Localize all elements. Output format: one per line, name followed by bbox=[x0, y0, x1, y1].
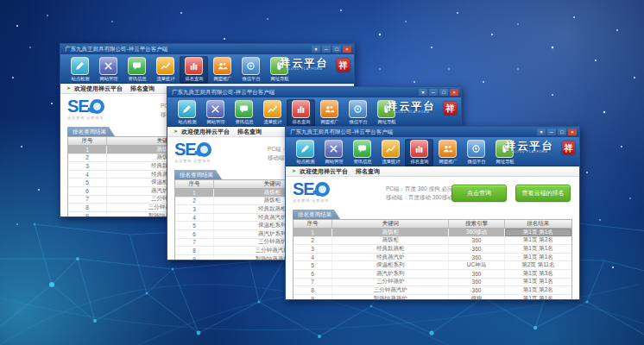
desktop: { "background": { "base_color": "#0d2f74… bbox=[0, 0, 644, 345]
toolbar-item-label: 网站管理 bbox=[206, 119, 224, 126]
table-cell: 5 bbox=[175, 222, 214, 229]
seo-letters: SE bbox=[174, 141, 196, 158]
site-check-icon bbox=[71, 57, 89, 75]
toolbar-item-site-check[interactable]: 站点检测 bbox=[66, 56, 94, 84]
breadcrumb-welcome: 欢迎使用祥云平台 bbox=[74, 85, 123, 93]
toolbar-item-traffic-stats[interactable]: 流量统计 bbox=[258, 99, 287, 127]
skin-icon[interactable]: ▾ bbox=[419, 89, 427, 96]
table-row[interactable]: 6蒸汽炉系列360第1页 第3名 bbox=[294, 270, 571, 279]
action-buttons: 点击查询 查看云端的排名 bbox=[451, 185, 571, 202]
toolbar-item-traffic-stats[interactable]: 流量统计 bbox=[376, 139, 405, 166]
site-check-icon bbox=[296, 140, 314, 158]
table-cell: 9 bbox=[68, 212, 107, 217]
toolbar-item-site-manage[interactable]: 网站管理 bbox=[201, 99, 230, 127]
table-cell: 第1页 第1名 bbox=[505, 254, 571, 261]
title-bar[interactable]: 广东九典王厨具有限公司-祥云平台客户端 ▾ ─ □ × bbox=[167, 87, 461, 97]
table-cell: 蒸饭柜 bbox=[332, 229, 449, 236]
table-cell: 2 bbox=[175, 198, 214, 205]
seo-tagline: 点击查询 全面排名 bbox=[67, 116, 129, 121]
close-icon[interactable]: × bbox=[450, 89, 458, 96]
wechat-platform-icon bbox=[349, 100, 367, 118]
table-cell: 5 bbox=[68, 179, 107, 186]
brand-logo: 祥云平台 CLOUD PLATFORM 祥 bbox=[382, 101, 457, 116]
toolbar-item-site-manage[interactable]: 网站管理 bbox=[319, 139, 348, 166]
header-rank[interactable]: 排名结果 bbox=[505, 220, 571, 228]
toolbar-item-wechat-platform[interactable]: 微信平台 bbox=[462, 139, 490, 166]
toolbar-item-alliance-promo[interactable]: 网盟推广 bbox=[315, 99, 344, 127]
minimize-icon[interactable]: ─ bbox=[322, 46, 331, 53]
header-index[interactable]: 序号 bbox=[294, 220, 332, 228]
toolbar-icons: 站点检测网站管理资讯信息流量统计排名查询网盟推广微信平台网址导航 bbox=[66, 56, 294, 84]
alliance-promo-icon bbox=[439, 140, 457, 158]
table-cell: 1 bbox=[175, 189, 214, 197]
table-row[interactable]: 2蒸饭柜360第1页 第2名 bbox=[294, 237, 571, 246]
toolbar-item-site-manage[interactable]: 网站管理 bbox=[94, 56, 123, 84]
toolbar-item-label: 网盟推广 bbox=[320, 119, 338, 126]
title-bar[interactable]: 广东九典王厨具有限公司-祥云平台客户端 ▾ ─ □ × bbox=[286, 127, 579, 137]
table-row[interactable]: 4经典蒸汽炉360第1页 第1名 bbox=[294, 254, 571, 262]
table-row[interactable]: 5保温柜系列UC神马第2页 第11名 bbox=[294, 261, 571, 270]
wechat-platform-icon bbox=[242, 57, 260, 75]
table-cell: 7 bbox=[175, 239, 214, 247]
toolbar-item-label: 微信平台 bbox=[349, 119, 367, 126]
close-icon[interactable]: × bbox=[568, 129, 577, 135]
toolbar-item-wechat-platform[interactable]: 微信平台 bbox=[237, 56, 265, 84]
rank-query-icon bbox=[185, 57, 203, 75]
close-icon[interactable]: × bbox=[343, 46, 351, 53]
toolbar-item-news-info[interactable]: 资讯信息 bbox=[348, 139, 376, 166]
toolbar-item-site-check[interactable]: 站点检测 bbox=[173, 99, 201, 127]
toolbar-item-traffic-stats[interactable]: 流量统计 bbox=[151, 56, 180, 84]
tab-rank-results[interactable]: 排名查询结果 bbox=[67, 127, 115, 136]
maximize-icon[interactable]: □ bbox=[439, 89, 448, 96]
table-cell: 5 bbox=[294, 261, 332, 269]
table-body: 1蒸饭柜360移动第1页 第1名2蒸饭柜360第1页 第2名3经典款蒸柜360第… bbox=[294, 229, 571, 300]
skin-icon[interactable]: ▾ bbox=[312, 46, 320, 53]
table-cell: 搜狗 bbox=[449, 295, 504, 300]
toolbar-item-news-info[interactable]: 资讯信息 bbox=[123, 56, 151, 84]
skin-icon[interactable]: ▾ bbox=[537, 129, 546, 135]
news-info-icon bbox=[128, 57, 146, 75]
breadcrumb-welcome: 欢迎使用祥云平台 bbox=[181, 128, 230, 136]
minimize-icon[interactable]: ─ bbox=[547, 129, 556, 135]
toolbar-item-label: 网址导航 bbox=[270, 76, 288, 83]
cloud-rank-button[interactable]: 查看云端的排名 bbox=[515, 185, 571, 202]
maximize-icon[interactable]: □ bbox=[332, 46, 341, 53]
table-row[interactable]: 8三分钟蒸汽炉360第1页 第2名 bbox=[294, 286, 571, 295]
query-button[interactable]: 点击查询 bbox=[451, 185, 507, 202]
header-keyword[interactable]: 关键词 bbox=[332, 220, 449, 228]
table-row[interactable]: 1蒸饭柜360移动第1页 第1名 bbox=[294, 229, 571, 237]
title-bar[interactable]: 广东九典王厨具有限公司-祥云平台客户端 ▾ ─ □ × bbox=[60, 44, 354, 54]
tab-rank-results[interactable]: 排名查询结果 bbox=[293, 210, 340, 219]
brand-name: 祥云平台 bbox=[382, 101, 441, 111]
toolbar-item-alliance-promo[interactable]: 网盟推广 bbox=[433, 139, 462, 166]
table-cell: 第1页 第3名 bbox=[505, 270, 571, 278]
toolbar-item-rank-query[interactable]: 排名查询 bbox=[287, 99, 315, 127]
alliance-promo-icon bbox=[320, 100, 338, 118]
toolbar-item-news-info[interactable]: 资讯信息 bbox=[230, 99, 258, 127]
toolbar-item-wechat-platform[interactable]: 微信平台 bbox=[344, 99, 372, 127]
breadcrumb-section: 排名查询 bbox=[356, 167, 380, 176]
toolbar-item-alliance-promo[interactable]: 网盟推广 bbox=[208, 56, 237, 84]
header-index[interactable]: 序号 bbox=[68, 137, 107, 145]
window-title: 广东九典王厨具有限公司-祥云平台客户端 bbox=[65, 44, 312, 54]
toolbar-item-label: 排名查询 bbox=[292, 119, 310, 126]
table-cell: 第1页 第2名 bbox=[505, 237, 571, 245]
toolbar-item-site-check[interactable]: 站点检测 bbox=[291, 139, 319, 166]
table-cell: 1 bbox=[294, 229, 332, 236]
tab-rank-results[interactable]: 排名查询结果 bbox=[174, 170, 222, 179]
toolbar-item-rank-query[interactable]: 排名查询 bbox=[180, 56, 208, 84]
table-row[interactable]: 3经典款蒸柜360第1页 第1名 bbox=[294, 245, 571, 254]
table-cell: 360 bbox=[449, 279, 504, 286]
header-engine[interactable]: 搜索引擎 bbox=[449, 220, 504, 228]
toolbar-item-label: 网盟推广 bbox=[213, 76, 231, 83]
toolbar-item-label: 网盟推广 bbox=[439, 159, 457, 166]
toolbar-item-rank-query[interactable]: 排名查询 bbox=[405, 139, 433, 166]
table-row[interactable]: 7三分钟蒸炉360第1页 第1名 bbox=[294, 279, 571, 287]
toolbar-item-label: 网站管理 bbox=[99, 76, 117, 83]
table-cell: 4 bbox=[68, 171, 107, 179]
alliance-promo-icon bbox=[213, 57, 231, 75]
minimize-icon[interactable]: ─ bbox=[429, 89, 438, 96]
maximize-icon[interactable]: □ bbox=[558, 129, 566, 135]
table-row[interactable]: 9智能纯蒸蒸炉搜狗第1页 第1名 bbox=[294, 295, 571, 300]
header-index[interactable]: 序号 bbox=[175, 180, 214, 188]
